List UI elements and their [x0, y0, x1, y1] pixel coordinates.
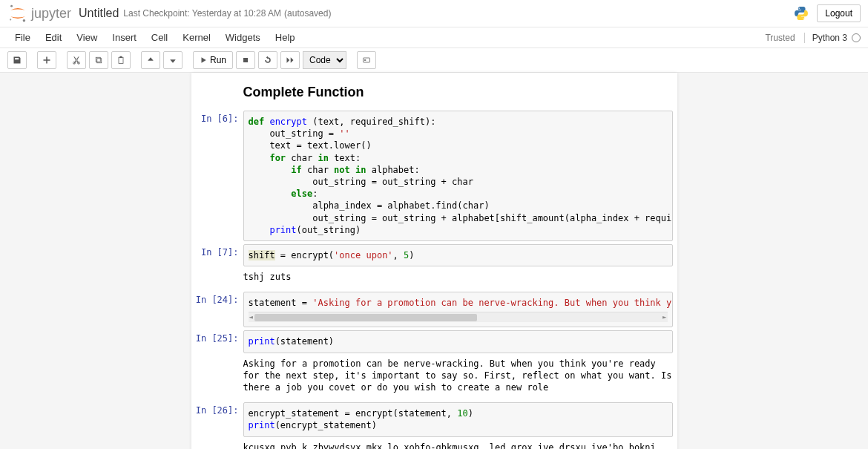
add-cell-button[interactable]	[37, 51, 56, 69]
code-input[interactable]: statement = 'Asking for a promotion can …	[243, 292, 673, 327]
cut-button[interactable]	[67, 51, 86, 69]
cell-output: Asking for a promotion can be nerve-wrac…	[191, 355, 677, 402]
jupyter-logo-icon	[7, 3, 28, 24]
code-cell[interactable]: In [25]:print(statement)	[191, 329, 677, 354]
menu-kernel[interactable]: Kernel	[175, 29, 218, 46]
svg-rect-8	[97, 59, 102, 63]
markdown-cell[interactable]: Complete Function	[191, 82, 677, 109]
menu-insert[interactable]: Insert	[105, 29, 144, 46]
svg-point-0	[10, 5, 13, 7]
notebook-container: Complete Function In [6]:def encrypt (te…	[191, 73, 677, 449]
svg-rect-10	[120, 56, 122, 58]
svg-point-2	[10, 19, 11, 20]
menu-view[interactable]: View	[69, 29, 105, 46]
code-input[interactable]: def encrypt (text, required_shift): out_…	[243, 111, 673, 241]
run-label: Run	[210, 55, 226, 65]
restart-run-button[interactable]	[280, 51, 300, 69]
command-palette-button[interactable]	[357, 51, 376, 69]
svg-rect-9	[119, 57, 123, 63]
run-button[interactable]: Run	[193, 51, 233, 69]
code-cell[interactable]: In [7]:shift = encrypt('once upon', 5)	[191, 243, 677, 268]
cell-output: kcusxq pyb k zbywydsyx mkx lo xobfo-gbkm…	[191, 439, 677, 449]
input-prompt: In [26]:	[196, 402, 243, 436]
celltype-select[interactable]: Code	[303, 51, 346, 69]
kernel-status-icon	[852, 33, 861, 42]
code-cell[interactable]: In [6]:def encrypt (text, required_shift…	[191, 109, 677, 243]
input-prompt: In [7]:	[196, 244, 243, 266]
menu-edit[interactable]: Edit	[38, 29, 69, 46]
menu-help[interactable]: Help	[268, 29, 303, 46]
restart-button[interactable]	[258, 51, 277, 69]
svg-rect-11	[243, 58, 248, 62]
play-icon	[200, 56, 207, 64]
jupyter-logo[interactable]: jupyter	[7, 3, 71, 24]
input-prompt: In [24]:	[196, 292, 243, 327]
logo-text: jupyter	[31, 6, 71, 22]
menu-widgets[interactable]: Widgets	[218, 29, 268, 46]
svg-rect-7	[96, 57, 100, 62]
move-down-button[interactable]	[163, 51, 183, 69]
python-icon	[793, 5, 809, 22]
logout-button[interactable]: Logout	[817, 4, 861, 22]
code-cell[interactable]: In [24]:statement = 'Asking for a promot…	[191, 290, 677, 329]
code-input[interactable]: shift = encrypt('once upon', 5)	[243, 244, 673, 266]
kernel-indicator[interactable]: Python 3	[804, 33, 861, 43]
autosave-text: (autosaved)	[284, 8, 331, 19]
checkpoint-text: Last Checkpoint: Yesterday at 10:28 AM	[123, 8, 281, 19]
notebook-title[interactable]: Untitled	[79, 7, 119, 20]
copy-button[interactable]	[89, 51, 108, 69]
move-up-button[interactable]	[141, 51, 160, 69]
kernel-name: Python 3	[812, 33, 847, 43]
paste-button[interactable]	[111, 51, 131, 69]
code-cell[interactable]: In [26]:encrypt_statement = encrypt(stat…	[191, 401, 677, 438]
svg-point-4	[803, 18, 803, 19]
horizontal-scrollbar[interactable]: ◄►	[249, 312, 668, 322]
stop-button[interactable]	[236, 51, 255, 69]
code-input[interactable]: print(statement)	[243, 330, 673, 353]
trusted-indicator[interactable]: Trusted	[765, 33, 795, 43]
heading: Complete Function	[243, 85, 655, 100]
code-input[interactable]: encrypt_statement = encrypt(statement, 1…	[243, 402, 673, 436]
input-prompt: In [6]:	[196, 111, 243, 241]
menu-cell[interactable]: Cell	[144, 29, 175, 46]
cell-output: tshj zuts	[191, 268, 677, 290]
svg-point-1	[23, 19, 26, 22]
menu-file[interactable]: File	[7, 29, 38, 46]
svg-rect-12	[364, 58, 370, 62]
svg-rect-13	[364, 59, 366, 61]
input-prompt: In [25]:	[196, 330, 243, 353]
svg-point-3	[799, 7, 800, 8]
save-button[interactable]	[7, 51, 27, 69]
